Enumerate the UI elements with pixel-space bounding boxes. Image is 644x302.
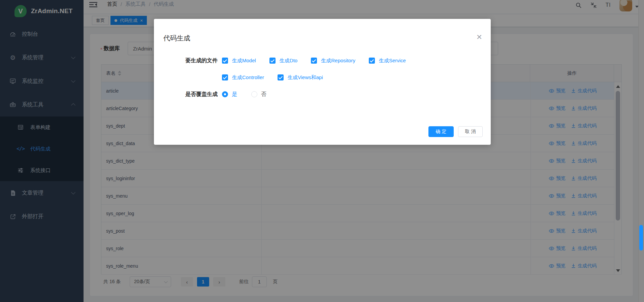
checkbox-checked-icon — [369, 58, 375, 64]
files-row-2: 生成Controller 生成Views和api — [154, 71, 336, 83]
radio-unselected-icon — [251, 91, 257, 97]
checkbox-gen-dto[interactable]: 生成Dto — [269, 58, 297, 64]
radio-selected-icon — [222, 91, 228, 97]
checkbox-checked-icon — [278, 74, 284, 80]
confirm-button[interactable]: 确 定 — [428, 126, 454, 137]
checkbox-gen-model[interactable]: 生成Model — [222, 58, 256, 64]
overwrite-label: 是否覆盖生成 — [154, 91, 218, 98]
checkbox-checked-icon — [222, 58, 228, 64]
files-label: 要生成的文件 — [154, 57, 218, 64]
overwrite-row: 是否覆盖生成 是 否 — [154, 88, 281, 100]
radio-overwrite-yes[interactable]: 是 — [222, 91, 237, 98]
checkbox-checked-icon — [311, 58, 317, 64]
checkbox-checked-icon — [269, 58, 276, 64]
checkbox-checked-icon — [222, 74, 228, 80]
dialog-title: 代码生成 — [163, 34, 190, 43]
checkbox-gen-service[interactable]: 生成Service — [369, 58, 406, 64]
page-scrollbar-thumb[interactable] — [639, 225, 643, 250]
app-root: V ZrAdmin.NET 控制台 ⚙ 系统管理 系统监控 — [0, 0, 644, 302]
dialog-footer: 确 定 取 消 — [428, 126, 483, 137]
checkbox-gen-views-api[interactable]: 生成Views和api — [278, 74, 323, 81]
radio-overwrite-no[interactable]: 否 — [251, 91, 266, 98]
cancel-button[interactable]: 取 消 — [458, 126, 483, 137]
checkbox-gen-repository[interactable]: 生成Repository — [311, 58, 355, 64]
files-row-1: 要生成的文件 生成Model 生成Dto 生成Repository 生成Serv… — [154, 55, 419, 67]
code-generate-dialog: 代码生成 × 要生成的文件 生成Model 生成Dto 生成Repository… — [154, 19, 491, 145]
dialog-close-icon[interactable]: × — [477, 32, 482, 42]
checkbox-gen-controller[interactable]: 生成Controller — [222, 74, 264, 81]
